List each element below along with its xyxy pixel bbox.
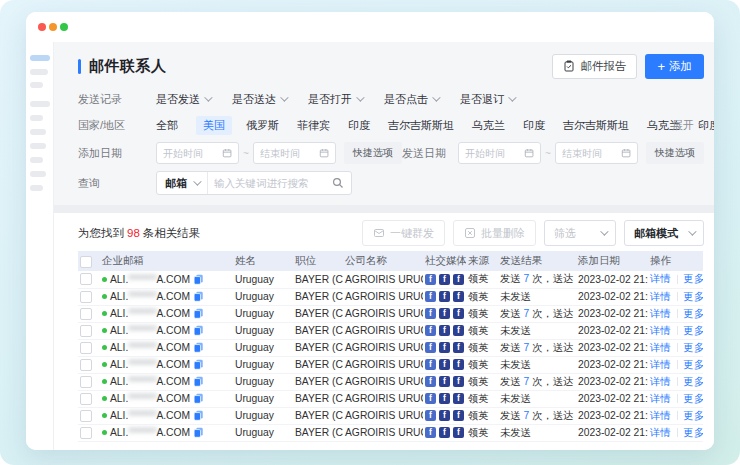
more-link[interactable]: 更多 <box>684 358 703 372</box>
facebook-icon[interactable]: f <box>453 274 464 285</box>
facebook-icon[interactable]: f <box>453 325 464 336</box>
copy-icon[interactable] <box>193 410 204 421</box>
copy-icon[interactable] <box>193 308 204 319</box>
select-all-checkbox[interactable] <box>80 256 92 268</box>
row-checkbox[interactable] <box>80 359 92 371</box>
more-link[interactable]: 更多 <box>684 375 703 389</box>
country-item[interactable]: 乌克兰 <box>472 118 505 133</box>
facebook-icon[interactable]: f <box>439 393 450 404</box>
facebook-icon[interactable]: f <box>425 291 436 302</box>
add-date-quick-button[interactable]: 快捷选项 <box>344 142 402 164</box>
more-link[interactable]: 更多 <box>684 272 703 286</box>
facebook-icon[interactable]: f <box>425 427 436 438</box>
traffic-light-orange-icon[interactable] <box>49 23 57 31</box>
more-link[interactable]: 更多 <box>684 392 703 406</box>
row-checkbox[interactable] <box>80 273 92 285</box>
country-item[interactable]: 印度 <box>523 118 545 133</box>
detail-link[interactable]: 详情 <box>650 341 671 355</box>
more-link[interactable]: 更多 <box>684 290 703 304</box>
copy-icon[interactable] <box>193 359 204 370</box>
country-item[interactable]: 全部 <box>156 118 178 133</box>
mode-select[interactable]: 邮箱模式 <box>624 220 704 246</box>
send-record-option[interactable]: 是否打开 <box>308 92 362 107</box>
send-date-end-field[interactable] <box>562 148 621 159</box>
sidebar-item[interactable] <box>30 115 43 121</box>
detail-link[interactable]: 详情 <box>650 426 671 440</box>
detail-link[interactable]: 详情 <box>650 409 671 423</box>
detail-link[interactable]: 详情 <box>650 290 671 304</box>
bulk-send-button[interactable]: 一键群发 <box>362 220 445 246</box>
country-item[interactable]: 俄罗斯 <box>246 118 279 133</box>
facebook-icon[interactable]: f <box>453 291 464 302</box>
sidebar-item-active[interactable] <box>30 55 50 61</box>
sidebar-item[interactable] <box>30 157 43 163</box>
country-item-selected[interactable]: 美国 <box>196 116 232 135</box>
filter-select[interactable]: 筛选 <box>544 220 616 246</box>
facebook-icon[interactable]: f <box>425 308 436 319</box>
bulk-delete-button[interactable]: 批量删除 <box>453 220 536 246</box>
copy-icon[interactable] <box>193 291 204 302</box>
copy-icon[interactable] <box>193 274 204 285</box>
country-item[interactable]: 印度 <box>348 118 370 133</box>
add-date-end-field[interactable] <box>260 148 319 159</box>
facebook-icon[interactable]: f <box>439 359 450 370</box>
facebook-icon[interactable]: f <box>439 376 450 387</box>
copy-icon[interactable] <box>193 393 204 404</box>
send-record-option[interactable]: 是否发送 <box>156 92 210 107</box>
row-checkbox[interactable] <box>80 291 92 303</box>
detail-link[interactable]: 详情 <box>650 358 671 372</box>
facebook-icon[interactable]: f <box>453 393 464 404</box>
send-record-option[interactable]: 是否送达 <box>232 92 286 107</box>
sidebar-item[interactable] <box>30 143 46 149</box>
send-date-end-input[interactable] <box>555 142 638 164</box>
sidebar-item[interactable] <box>30 185 43 191</box>
search-field-select[interactable]: 邮箱 <box>157 172 208 194</box>
row-checkbox[interactable] <box>80 376 92 388</box>
row-checkbox[interactable] <box>80 427 92 439</box>
facebook-icon[interactable]: f <box>453 308 464 319</box>
traffic-light-red-icon[interactable] <box>38 23 46 31</box>
more-link[interactable]: 更多 <box>684 409 703 423</box>
facebook-icon[interactable]: f <box>425 410 436 421</box>
send-record-option[interactable]: 是否退订 <box>460 92 514 107</box>
facebook-icon[interactable]: f <box>439 308 450 319</box>
facebook-icon[interactable]: f <box>439 410 450 421</box>
detail-link[interactable]: 详情 <box>650 324 671 338</box>
row-checkbox[interactable] <box>80 308 92 320</box>
copy-icon[interactable] <box>193 427 204 438</box>
copy-icon[interactable] <box>193 325 204 336</box>
sidebar-item[interactable] <box>30 69 48 75</box>
sidebar-item[interactable] <box>30 101 50 107</box>
facebook-icon[interactable]: f <box>439 427 450 438</box>
row-checkbox[interactable] <box>80 342 92 354</box>
send-date-start-field[interactable] <box>465 148 524 159</box>
country-item[interactable]: 菲律宾 <box>297 118 330 133</box>
country-item[interactable]: 吉尔吉斯斯坦 <box>563 118 629 133</box>
sidebar-item[interactable] <box>30 171 46 177</box>
detail-link[interactable]: 详情 <box>650 392 671 406</box>
more-link[interactable]: 更多 <box>684 324 703 338</box>
country-item[interactable]: 吉尔吉斯斯坦 <box>388 118 454 133</box>
send-date-start-input[interactable] <box>458 142 541 164</box>
search-icon[interactable] <box>332 177 344 189</box>
more-link[interactable]: 更多 <box>684 307 703 321</box>
copy-icon[interactable] <box>193 342 204 353</box>
send-date-quick-button[interactable]: 快捷选项 <box>646 142 704 164</box>
facebook-icon[interactable]: f <box>453 359 464 370</box>
facebook-icon[interactable]: f <box>425 376 436 387</box>
detail-link[interactable]: 详情 <box>650 375 671 389</box>
row-checkbox[interactable] <box>80 325 92 337</box>
facebook-icon[interactable]: f <box>439 325 450 336</box>
facebook-icon[interactable]: f <box>439 342 450 353</box>
detail-link[interactable]: 详情 <box>650 272 671 286</box>
more-link[interactable]: 更多 <box>684 341 703 355</box>
expand-toggle[interactable]: 展开 <box>672 118 704 133</box>
add-date-start-field[interactable] <box>163 148 222 159</box>
facebook-icon[interactable]: f <box>439 274 450 285</box>
row-checkbox[interactable] <box>80 410 92 422</box>
facebook-icon[interactable]: f <box>425 325 436 336</box>
copy-icon[interactable] <box>193 376 204 387</box>
facebook-icon[interactable]: f <box>425 393 436 404</box>
facebook-icon[interactable]: f <box>439 291 450 302</box>
add-date-end-input[interactable] <box>253 142 336 164</box>
